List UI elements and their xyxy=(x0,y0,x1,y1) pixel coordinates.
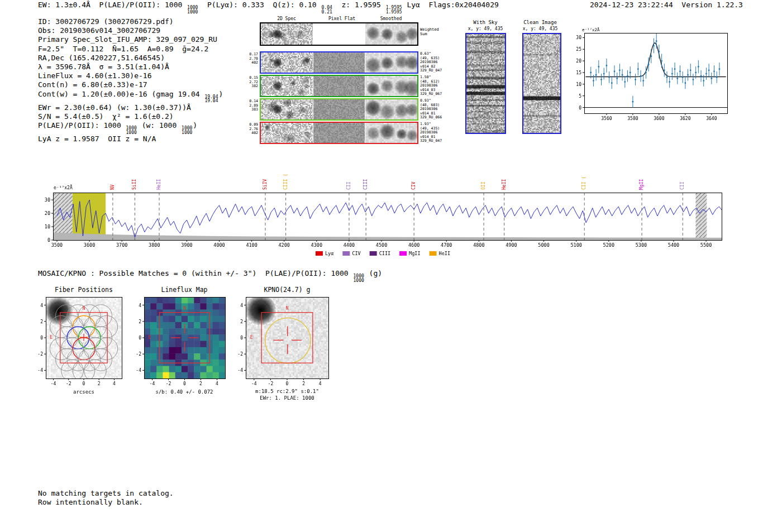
fiber-positions-chart xyxy=(32,293,133,396)
cutout-smoothed-image xyxy=(365,123,417,143)
info-line: ID: 3002706729 (3002706729.pdf) xyxy=(38,17,223,26)
elixer-detection-report: EW: 1.3±0.4Å P(LAE)/P(OII): 1000 1000100… xyxy=(0,0,782,532)
weighted-sum-label-line2: Sum xyxy=(420,32,439,36)
cutout-row-weights: 0.152.72382 xyxy=(245,76,258,89)
cutout-column-title-2dspec: 2D Spec xyxy=(277,16,296,21)
cutout-row xyxy=(260,75,418,97)
mosaic-match-summary: MOSAIC/KPNO : Possible Matches = 0 (with… xyxy=(38,269,382,282)
weighted-sum-cutout-row xyxy=(260,22,418,46)
cutout-2dspec-image xyxy=(261,76,313,96)
lineflux-map-chart xyxy=(133,293,233,396)
lineflux-map-stats: s/b: 0.40 +/- 0.072 xyxy=(156,389,213,395)
weighted-sum-label: Weighted Sum xyxy=(420,27,439,36)
cutout-row-annotation: 0.63"(49, 635)20190306v014_02329_RU_047 xyxy=(420,52,442,73)
fiber-positions-xlabel: arcsecs xyxy=(73,389,94,395)
info-line: F=2.5" T=0.112 N̄=1.65 A=0.89 ḡ=24.2 xyxy=(38,45,223,54)
info-line: S/N = 5.4(±0.5) χ² = 1.6(±0.2) xyxy=(38,112,223,121)
info-line: P(LAE)/P(OII): 1000 10001000 (w: 1000 10… xyxy=(38,121,223,135)
stacked-fraction: 10001000 xyxy=(126,126,137,135)
stacked-fraction: 10001000 xyxy=(182,126,192,135)
cutout-2dspec-image xyxy=(261,52,313,73)
info-line: Cont(w) = 1.20(±0.00)e-16 (gmag 19.04 19… xyxy=(38,90,223,103)
cutout-row-weights: 0.092.76402 xyxy=(245,123,258,136)
cutout-column-title-pixelflat: Pixel Flat xyxy=(328,16,355,21)
info-line: Cont(n) = 6.80(±0.33)e-17 xyxy=(38,80,223,89)
kpno-panel-title: KPNO(24.7) g xyxy=(264,286,310,294)
full-spectrum-chart xyxy=(34,161,743,257)
weighted-smoothed-image xyxy=(365,23,417,45)
cutout-row xyxy=(260,98,418,121)
kpno-image-chart xyxy=(235,293,335,396)
stacked-fraction: 0.040.21 xyxy=(322,6,332,14)
stacked-fraction: 10001000 xyxy=(187,6,198,14)
cutout-2dspec-image xyxy=(261,99,313,119)
detection-info-block: ID: 3002706729 (3002706729.pdf)Obs: 2019… xyxy=(38,17,223,143)
timestamp-version: 2024-12-23 23:22:44 Version 1.22.3 xyxy=(590,1,743,9)
cutout-pixelflat-image xyxy=(313,52,365,73)
cutout-pixelflat-image xyxy=(313,123,365,143)
cutout-pixelflat-image xyxy=(313,76,365,96)
info-line: EWr = 2.30(±0.64) (w: 1.30(±0.37))Å xyxy=(38,103,223,112)
clean-image-xy-label: x, y: 49, 435 xyxy=(523,26,558,31)
summary-header: EW: 1.3±0.4Å P(LAE)/P(OII): 1000 1000100… xyxy=(38,1,499,14)
cutout-smoothed-image xyxy=(365,99,417,119)
weighted-sum-label-line1: Weighted xyxy=(420,27,439,32)
blank-row-note: Row intentionally blank. xyxy=(38,498,143,506)
info-line: Obs: 20190306v014_3002706729 xyxy=(38,26,223,35)
cutout-row-weights: 0.172.70402 xyxy=(245,52,258,65)
cutout-column-title-smoothed: Smoothed xyxy=(380,16,402,21)
stacked-fraction: 10001000 xyxy=(354,274,364,282)
catalog-match-note: No matching targets in catalog. xyxy=(38,489,174,497)
info-line: λ = 3596.78Å σ = 3.51(±1.04)Å xyxy=(38,63,223,71)
cutout-row-annotation: 0.93"(48, 603)20190306v014_01329_RU_066 xyxy=(420,99,442,120)
clean-image xyxy=(522,33,561,134)
info-line: RA,Dec (165.420227,51.646545) xyxy=(38,54,223,63)
stacked-fraction: 1.95951.9595 xyxy=(386,6,402,14)
emission-line-fit-chart xyxy=(564,25,732,131)
cutout-2dspec-image xyxy=(261,123,313,143)
cutout-row xyxy=(260,51,418,74)
cutout-smoothed-image xyxy=(365,52,417,73)
cutout-row-annotation: 1.93"(49, 435)20190306v014_01329_RU_047 xyxy=(420,122,442,143)
withsky-image xyxy=(465,33,506,134)
kpno-ewr-plae-stats: EWr: 1. PLAE: 1000 xyxy=(260,395,314,401)
weighted-pixelflat-image xyxy=(313,23,365,45)
withsky-title: With Sky xyxy=(473,20,497,25)
cutout-pixelflat-image xyxy=(313,99,365,119)
clean-image-title: Clean Image xyxy=(523,20,557,25)
kpno-photometry-stats: m:18.5 rc:2.9" s:0.1" xyxy=(255,389,319,394)
weighted-2dspec-image xyxy=(261,23,313,45)
lineflux-map-title: Lineflux Map xyxy=(161,286,207,294)
info-line: LyA z = 1.9587 OII z = N/A xyxy=(38,135,223,143)
cutout-row xyxy=(260,122,418,144)
withsky-xy-label: x, y: 49, 435 xyxy=(468,26,503,31)
info-line: LineFlux = 4.60(±1.30)e-16 xyxy=(38,71,223,80)
cutout-row-weights: 0.142.89383 xyxy=(245,99,258,112)
cutout-smoothed-image xyxy=(365,76,417,96)
cutout-row-annotation: 1.50"(48, 612)20190306v014_03329_RU_067 xyxy=(420,75,442,97)
fiber-positions-title: Fiber Positions xyxy=(55,286,113,294)
info-line: Primary Spec_Slot_IFU_AMP: 329_097_029_R… xyxy=(38,35,223,44)
stacked-fraction: 19.0419.04 xyxy=(204,95,218,103)
